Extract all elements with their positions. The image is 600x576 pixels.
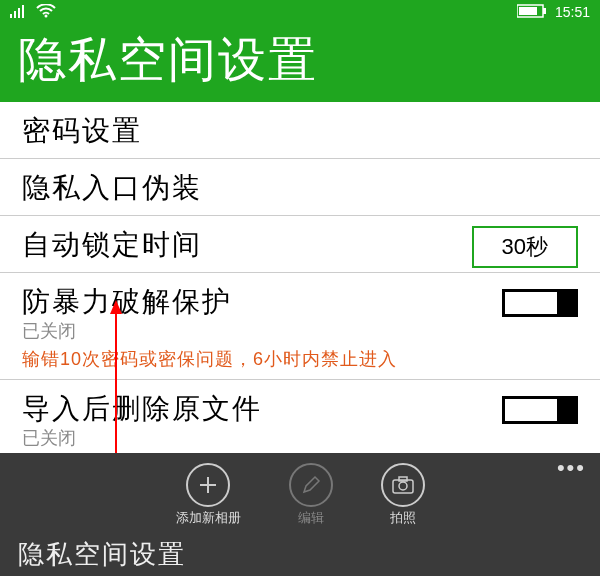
- bottom-bar: ••• 添加新相册 编辑 拍照 隐私空间设置: [0, 453, 600, 576]
- svg-rect-1: [14, 11, 16, 18]
- item-warning: 输错10次密码或密保问题，6小时内禁止进入: [22, 347, 578, 371]
- battery-icon: [517, 4, 547, 21]
- svg-rect-0: [10, 14, 12, 18]
- plus-icon: [186, 463, 230, 507]
- delete-original-toggle[interactable]: [502, 396, 578, 424]
- item-label: 密码设置: [22, 112, 578, 150]
- add-album-button[interactable]: 添加新相册: [176, 463, 241, 527]
- svg-rect-6: [543, 8, 546, 14]
- item-label: 防暴力破解保护: [22, 283, 578, 321]
- item-auto-lock-time[interactable]: 自动锁定时间 30秒: [0, 215, 600, 272]
- page-header: 隐私空间设置: [0, 24, 600, 102]
- item-label: 隐私入口伪装: [22, 169, 578, 207]
- item-status: 已关闭: [22, 426, 578, 450]
- item-anti-bruteforce[interactable]: 防暴力破解保护 已关闭 输错10次密码或密保问题，6小时内禁止进入: [0, 272, 600, 379]
- item-status: 已关闭: [22, 319, 578, 343]
- edit-button[interactable]: 编辑: [289, 463, 333, 527]
- svg-rect-3: [22, 5, 24, 18]
- pencil-icon: [289, 463, 333, 507]
- wifi-icon: [36, 4, 56, 21]
- camera-icon: [381, 463, 425, 507]
- status-bar: 15:51: [0, 0, 600, 24]
- app-bar: ••• 添加新相册 编辑 拍照: [0, 453, 600, 531]
- bottom-title: 隐私空间设置: [0, 531, 600, 576]
- svg-point-4: [45, 14, 48, 17]
- item-delete-original-after-import[interactable]: 导入后删除原文件 已关闭: [0, 379, 600, 458]
- page-title: 隐私空间设置: [18, 28, 582, 92]
- camera-button[interactable]: 拍照: [381, 463, 425, 527]
- anti-bruteforce-toggle[interactable]: [502, 289, 578, 317]
- status-time: 15:51: [555, 4, 590, 20]
- item-label: 导入后删除原文件: [22, 390, 578, 428]
- appbar-label: 拍照: [390, 509, 416, 527]
- svg-rect-11: [399, 477, 407, 481]
- signal-icon: [10, 4, 28, 21]
- appbar-label: 编辑: [298, 509, 324, 527]
- svg-point-12: [399, 482, 407, 490]
- svg-rect-2: [18, 8, 20, 18]
- item-password-settings[interactable]: 密码设置: [0, 102, 600, 158]
- appbar-label: 添加新相册: [176, 509, 241, 527]
- more-icon[interactable]: •••: [557, 455, 586, 481]
- auto-lock-value[interactable]: 30秒: [472, 226, 578, 268]
- item-entry-disguise[interactable]: 隐私入口伪装: [0, 158, 600, 215]
- svg-rect-7: [519, 7, 537, 15]
